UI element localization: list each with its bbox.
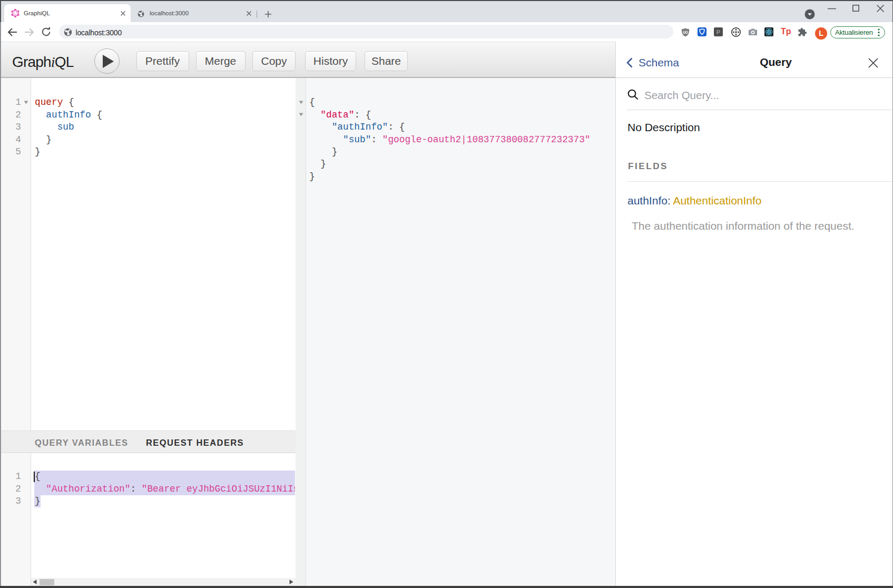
svg-text:UO: UO (683, 31, 688, 34)
svg-text:P: P (717, 29, 720, 35)
